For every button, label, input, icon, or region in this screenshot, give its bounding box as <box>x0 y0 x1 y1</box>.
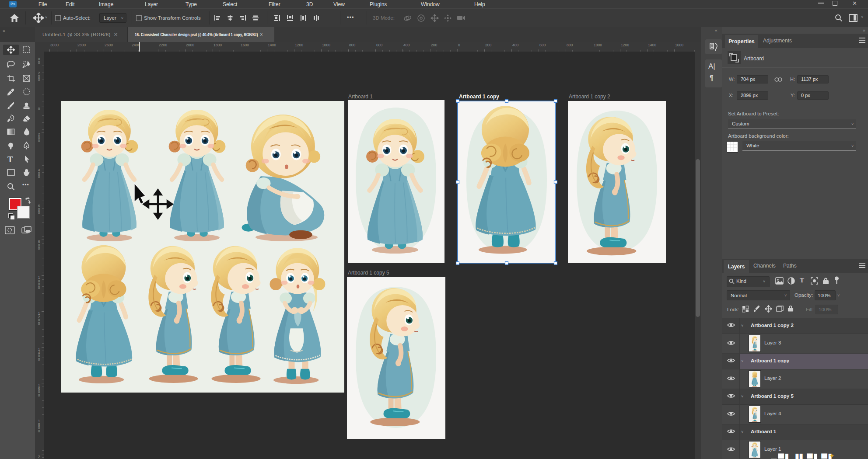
svg-text:Artboard 1: Artboard 1 <box>348 94 373 100</box>
svg-text:Artboard 1 copy 5: Artboard 1 copy 5 <box>348 270 389 276</box>
svg-text:Artboard 1 copy: Artboard 1 copy <box>459 94 499 100</box>
svg-text:Artboard 1 copy 2: Artboard 1 copy 2 <box>569 94 610 100</box>
